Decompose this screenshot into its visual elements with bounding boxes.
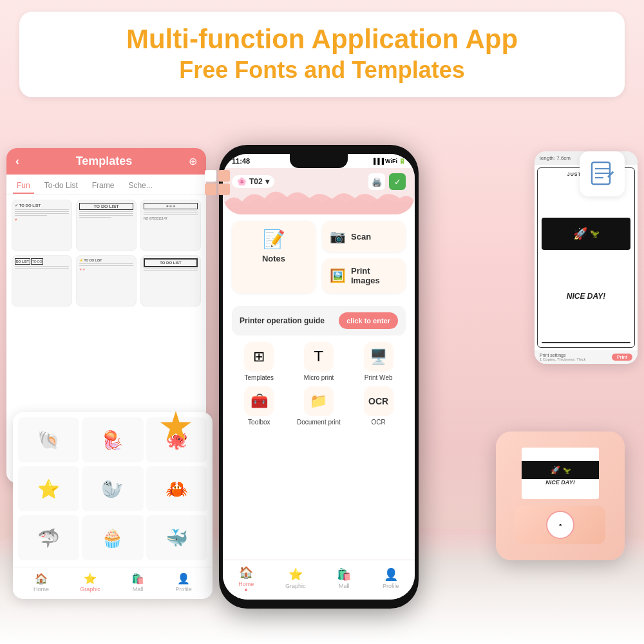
template-item-1[interactable]: ✓ TO DO LIST ♥	[12, 200, 72, 251]
doc-print-icon-item[interactable]: 📁 Document print	[292, 386, 346, 426]
phone-screen: 11:48 ▐▐▐ WiFi 🔋 🌸 T02 ▾ 🖨️ ✓	[223, 154, 415, 600]
right-phone-length-text: length: 7.6cm	[540, 155, 571, 161]
right-phone-footer: Print settings 1 Copies, Thickness: Thic…	[535, 350, 638, 364]
notepad-svg-icon	[588, 160, 616, 188]
tab-schedule[interactable]: Sche...	[124, 178, 156, 194]
template-item-4[interactable]: DO LIST TO DO	[12, 255, 72, 307]
printer-device: 🚀 🦖 NICE DAY! ⚬	[496, 431, 625, 560]
animals-nav-mall[interactable]: 🛍️ Mall	[131, 573, 144, 592]
ocr-icon-item[interactable]: OCR OCR	[351, 386, 406, 426]
device-id: T02	[249, 177, 263, 186]
grid-sq-3	[205, 184, 216, 195]
tablet-back-icon[interactable]: ‹	[15, 155, 19, 168]
sticker-divider	[542, 342, 630, 343]
animal-seal[interactable]: 🦭	[82, 466, 143, 511]
micro-print-icon: ꓔ	[304, 342, 334, 372]
tablet-tabs: Fun To-do List Frame Sche...	[6, 175, 206, 194]
app-row-1: 📝 Notes 📷 Scan 🖼️ Print Images	[232, 221, 406, 293]
tab-fun[interactable]: Fun	[13, 178, 34, 194]
animal-shell[interactable]: 🐚	[18, 417, 79, 462]
print-images-label: Print Images	[351, 266, 398, 285]
scan-card[interactable]: 📷 Scan	[322, 221, 406, 252]
template-item-3[interactable]: ✈ ✈ ✈ NO.9753311147	[140, 200, 201, 251]
print-images-icon: 🖼️	[330, 268, 346, 283]
print-images-card[interactable]: 🖼️ Print Images	[322, 258, 406, 293]
sticker-main-text: NICE DAY!	[567, 292, 605, 301]
grid-sq-4	[218, 184, 230, 195]
template-item-6[interactable]: TO DO LIST	[140, 255, 201, 307]
printer-power-button[interactable]: ⚬	[546, 511, 574, 539]
animal-starfish[interactable]: ⭐	[18, 466, 79, 511]
printer-guide-btn[interactable]: click to enter	[339, 312, 398, 329]
printer-guide-banner: Printer operation guide click to enter	[232, 306, 406, 336]
grid-decoration	[205, 170, 230, 195]
bottom-nav-mall[interactable]: 🛍️ Mall	[337, 567, 351, 589]
animals-tablet: 🐚 🪼 🐙 ⭐ 🦭 🦀 🦈 🧁 🐳 🏠 Home ⭐ Graphic 🛍️ Ma…	[13, 412, 213, 599]
template-grid: ✓ TO DO LIST ♥ TO DO LIST ✈ ✈ ✈ NO.97533…	[6, 194, 206, 312]
ocr-label: OCR	[372, 419, 386, 426]
wifi-icon: WiFi	[385, 158, 397, 164]
scan-label: Scan	[351, 232, 371, 242]
right-cards: 📷 Scan 🖼️ Print Images	[322, 221, 406, 293]
signal-icon: ▐▐▐	[372, 158, 384, 164]
tablet-header: ‹ Templates ⊕	[6, 148, 206, 175]
doc-print-icon: 📁	[304, 386, 334, 416]
phone-app-header: 🌸 T02 ▾ 🖨️ ✓	[223, 168, 415, 214]
template-item-5[interactable]: ⚡ TO DO LIST ★ ★	[76, 255, 137, 307]
animals-nav-home[interactable]: 🏠 Home	[33, 573, 49, 592]
bottom-nav-home[interactable]: 🏠 Home	[238, 565, 254, 591]
template-item-2[interactable]: TO DO LIST	[76, 200, 137, 251]
animals-nav-profile[interactable]: 👤 Profile	[175, 573, 192, 592]
micro-print-icon-item[interactable]: ꓔ Micro print	[292, 342, 346, 381]
paper-dino: 🦖	[563, 467, 571, 474]
animal-whale[interactable]: 🐳	[146, 515, 207, 560]
animal-jellyfish[interactable]: 🪼	[82, 417, 143, 462]
icons-row-2: 🧰 Toolbox 📁 Document print OCR OCR	[232, 386, 406, 426]
toolbox-icon-item[interactable]: 🧰 Toolbox	[232, 386, 287, 426]
printer-paper-text: NICE DAY!	[545, 479, 574, 486]
micro-print-label: Micro print	[304, 374, 334, 381]
phone-notch	[290, 154, 348, 168]
main-app-grid: 📝 Notes 📷 Scan 🖼️ Print Images	[223, 214, 415, 306]
sticker-image: 🚀 🦖	[542, 218, 630, 250]
animals-bottom-nav: 🏠 Home ⭐ Graphic 🛍️ Mall 👤 Profile	[13, 567, 213, 598]
dropdown-icon: ▾	[265, 177, 269, 186]
tablet-search-icon[interactable]: ⊕	[189, 155, 197, 167]
animal-shark[interactable]: 🦈	[18, 515, 79, 560]
templates-icon-item[interactable]: ⊞ Templates	[232, 342, 287, 381]
print-button[interactable]: Print	[612, 354, 632, 361]
grid-sq-1	[205, 170, 216, 182]
status-icons: ▐▐▐ WiFi 🔋	[372, 158, 406, 164]
header-box: Multi-function Application App Free Font…	[19, 12, 625, 97]
grid-sq-2	[218, 170, 230, 182]
printer-paper: 🚀 🦖 NICE DAY!	[522, 448, 599, 499]
rocket-icon: 🚀	[573, 227, 587, 241]
animals-nav-graphic[interactable]: ⭐ Graphic	[80, 573, 100, 592]
tab-todo[interactable]: To-do List	[41, 178, 82, 194]
print-settings-text: Print settings 1 Copies, Thickness: Thic…	[540, 353, 585, 361]
notes-icon: 📝	[263, 229, 285, 250]
sub-title: Free Fonts and Templates	[39, 55, 605, 86]
bottom-nav-profile[interactable]: 👤 Profile	[383, 567, 399, 589]
ocr-icon: OCR	[364, 386, 393, 416]
animal-cupcake[interactable]: 🧁	[82, 515, 143, 560]
notes-card[interactable]: 📝 Notes	[232, 221, 316, 293]
battery-icon: 🔋	[399, 158, 406, 164]
notes-label: Notes	[262, 254, 285, 263]
doc-print-label: Document print	[297, 419, 341, 426]
print-web-icon: 🖥️	[364, 342, 393, 372]
icons-row-1: ⊞ Templates ꓔ Micro print 🖥️ Print Web	[232, 342, 406, 381]
toolbox-icon: 🧰	[244, 386, 274, 416]
print-settings-detail: 1 Copies, Thickness: Thick	[540, 357, 585, 361]
animal-crab[interactable]: 🦀	[146, 466, 207, 511]
status-time: 11:48	[232, 157, 250, 165]
phone-bottom-nav: 🏠 Home ⭐ Graphic 🛍️ Mall 👤 Profile	[223, 560, 415, 600]
main-title: Multi-function Application App	[39, 23, 605, 55]
bottom-nav-graphic[interactable]: ⭐ Graphic	[285, 567, 306, 589]
tab-frame[interactable]: Frame	[88, 178, 118, 194]
paper-top-image: 🚀 🦖	[522, 461, 599, 479]
print-web-label: Print Web	[365, 374, 393, 381]
print-web-icon-item[interactable]: 🖥️ Print Web	[351, 342, 406, 381]
tablet-title: Templates	[24, 155, 184, 168]
templates-icon-label: Templates	[245, 374, 274, 381]
